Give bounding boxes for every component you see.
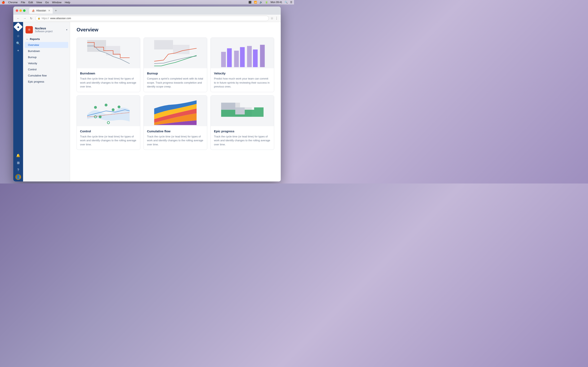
tab-title: Atlassian [36, 9, 46, 12]
card-desc-velocity: Predict how much work your team can comm… [214, 77, 271, 89]
menu-edit[interactable]: Edit [28, 1, 33, 4]
svg-point-13 [112, 108, 114, 111]
card-body-burndown: Burndown Track the cycle time (or lead t… [77, 68, 140, 92]
more-icon[interactable]: ⋮ [275, 16, 278, 20]
svg-rect-5 [227, 48, 232, 67]
menu-chrome[interactable]: Chrome [8, 1, 17, 4]
menubar: 🍎 Chrome File Edit View Go Window Help ⬛… [0, 0, 294, 4]
sidebar-back-button[interactable]: ← Reports [23, 36, 70, 42]
menu-window[interactable]: Window [52, 1, 61, 4]
velocity-card[interactable]: Velocity Predict how much work your team… [210, 38, 274, 92]
react-icon: ⚛ [27, 27, 31, 32]
svg-rect-8 [247, 46, 252, 67]
project-type: Software project [35, 30, 64, 33]
tab-close-icon[interactable]: ✕ [48, 9, 50, 12]
epic-card[interactable]: Epic progress Track the cycle time (or l… [210, 95, 274, 150]
card-title-control: Control [80, 129, 137, 133]
starred-icon[interactable]: ☆ [15, 33, 21, 39]
menu-icon[interactable]: ☰ [290, 1, 292, 4]
app-content: ◆ ☆ 🔍 + 🔔 ⊞ ? 👤 ⚛ Nucleus Software proje… [13, 22, 281, 182]
browser-window: ⛵ Atlassian ✕ + ← → ↻ 🔒 https:// www.atl… [13, 7, 281, 182]
cumulative-card[interactable]: Cumulative flow Track the cycle time (or… [144, 95, 207, 150]
card-desc-epic: Track the cycle time (or lead time) for … [214, 134, 271, 147]
svg-rect-6 [234, 50, 239, 67]
card-title-velocity: Velocity [214, 72, 271, 75]
volume-icon: 🔊 [259, 1, 263, 4]
sidebar: ⚛ Nucleus Software project ▾ ← Reports O… [23, 22, 70, 182]
burnup-card[interactable]: Burnup Compare a sprint's completed work… [144, 38, 207, 92]
burndown-preview [77, 38, 140, 68]
clock: Mon 09:41 [270, 1, 282, 4]
bookmark-icon[interactable]: ☆ [270, 16, 273, 20]
sidebar-item-control[interactable]: Control [25, 67, 68, 72]
wifi-icon: 📶 [254, 1, 257, 4]
burnup-preview [144, 38, 207, 68]
browser-tab[interactable]: ⛵ Atlassian ✕ [29, 8, 53, 14]
home-button[interactable]: ◆ [13, 22, 23, 31]
card-desc-control: Track the cycle time (or lead time) for … [80, 134, 137, 147]
chevron-down-icon: ▾ [66, 28, 67, 31]
project-icon: ⚛ [26, 26, 33, 33]
forward-button[interactable]: → [22, 16, 27, 21]
traffic-lights [16, 9, 26, 12]
card-title-cumulative: Cumulative flow [147, 129, 204, 133]
apps-icon[interactable]: ⊞ [15, 159, 21, 166]
menu-go[interactable]: Go [45, 1, 49, 4]
card-body-cumulative: Cumulative flow Track the cycle time (or… [144, 126, 207, 150]
help-icon[interactable]: ? [15, 167, 21, 173]
svg-point-12 [105, 104, 108, 106]
menu-help[interactable]: Help [65, 1, 70, 4]
new-tab-button[interactable]: + [53, 8, 58, 13]
project-selector[interactable]: ⚛ Nucleus Software project ▾ [23, 25, 70, 35]
svg-rect-9 [253, 50, 258, 67]
svg-point-17 [107, 121, 110, 124]
sidebar-nav: ← Reports Overview Burndown Burnup Veloc… [23, 35, 70, 86]
card-body-velocity: Velocity Predict how much work your team… [211, 68, 274, 92]
svg-rect-10 [260, 45, 265, 67]
sidebar-item-cumulative-flow[interactable]: Cumulative flow [25, 73, 68, 78]
card-desc-cumulative: Track the cycle time (or lead time) for … [147, 134, 204, 147]
minimize-button[interactable] [19, 9, 22, 12]
burndown-card[interactable]: Burndown Track the cycle time (or lead t… [77, 38, 140, 92]
nav-rail: ◆ ☆ 🔍 + 🔔 ⊞ ? 👤 [13, 22, 23, 182]
control-card[interactable]: Control Track the cycle time (or lead ti… [77, 95, 140, 150]
url-domain: www.atlassian.com [50, 17, 71, 20]
search-icon[interactable]: 🔍 [285, 1, 288, 4]
sidebar-item-overview[interactable]: Overview [25, 42, 68, 48]
card-desc-burndown: Track the cycle time (or lead time) for … [80, 77, 137, 89]
svg-rect-2 [154, 40, 173, 50]
sidebar-item-velocity[interactable]: Velocity [25, 60, 68, 66]
card-desc-burnup: Compare a sprint's completed work with i… [147, 77, 204, 89]
menu-file[interactable]: File [21, 1, 25, 4]
card-title-burnup: Burnup [147, 72, 204, 75]
chrome-titlebar: ⛵ Atlassian ✕ + [13, 7, 281, 15]
cards-grid: Burndown Track the cycle time (or lead t… [77, 38, 274, 150]
maximize-button[interactable] [23, 9, 26, 12]
sidebar-item-epic-progress[interactable]: Epic progress [25, 79, 68, 85]
close-button[interactable] [16, 9, 18, 12]
sidebar-section-title: Reports [30, 38, 40, 41]
url-protocol: https:// [42, 17, 49, 20]
create-icon[interactable]: + [15, 47, 21, 54]
menu-view[interactable]: View [36, 1, 42, 4]
lock-icon: 🔒 [38, 17, 40, 20]
back-arrow-icon: ← [26, 38, 29, 41]
reload-button[interactable]: ↻ [29, 16, 34, 21]
card-body-burnup: Burnup Compare a sprint's completed work… [144, 68, 207, 92]
notifications-icon[interactable]: 🔔 [15, 152, 21, 159]
svg-point-15 [118, 105, 121, 108]
svg-rect-7 [240, 47, 245, 67]
url-bar[interactable]: 🔒 https:// www.atlassian.com [35, 16, 269, 21]
search-icon[interactable]: 🔍 [15, 40, 21, 47]
sidebar-item-burndown[interactable]: Burndown [25, 48, 68, 54]
sidebar-item-burnup[interactable]: Burnup [25, 54, 68, 60]
diamond-icon: ◆ [17, 25, 19, 29]
project-info: Nucleus Software project [35, 27, 64, 33]
card-title-epic: Epic progress [214, 129, 271, 133]
battery-icon: 🔋 [265, 1, 268, 4]
page-title: Overview [77, 27, 274, 33]
avatar[interactable]: 👤 [15, 174, 21, 180]
svg-rect-4 [221, 52, 226, 67]
back-button[interactable]: ← [16, 16, 21, 21]
apple-menu[interactable]: 🍎 [2, 1, 5, 4]
